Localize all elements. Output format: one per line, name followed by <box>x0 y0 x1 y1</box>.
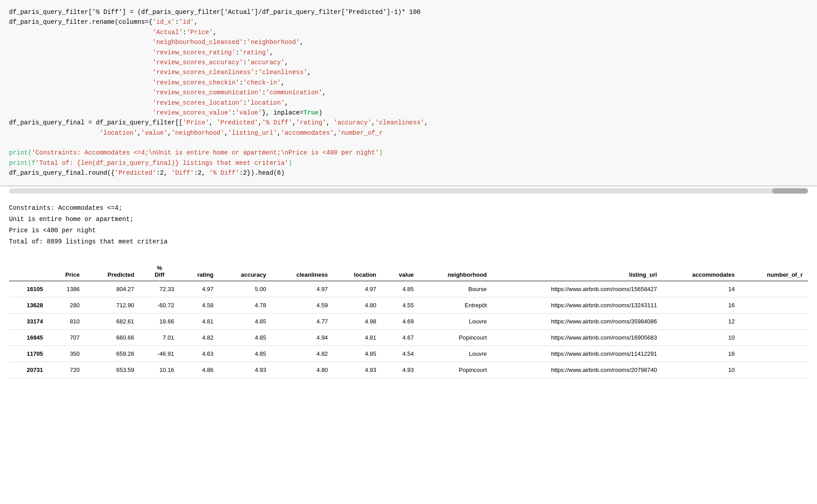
table-row: 13628280712.90-60.724.584.784.594.804.55… <box>9 297 808 314</box>
table-cell-0: 13628 <box>9 297 49 314</box>
col-header-predicted: Predicted <box>85 262 139 281</box>
table-cell-2: 659.28 <box>85 346 139 362</box>
code-final1: df_paris_query_final = df_paris_query_fi… <box>9 119 428 126</box>
table-cell-11: 14 <box>662 281 740 297</box>
table-cell-1: 720 <box>49 362 85 378</box>
table-cell-3: -46.91 <box>140 346 180 362</box>
table-cell-3: 7.01 <box>140 330 180 346</box>
table-cell-3: 72.33 <box>140 281 180 297</box>
table-cell-10: https://www.airbnb.com/rooms/35984086 <box>492 314 662 330</box>
table-cell-12 <box>740 297 808 314</box>
table-cell-0: 11705 <box>9 346 49 362</box>
table-cell-0: 16105 <box>9 281 49 297</box>
output-cell: Constraints: Accommodates <=4; Unit is e… <box>0 195 817 255</box>
table-cell-0: 33174 <box>9 314 49 330</box>
code-final2: 'location','value','neighborhood','listi… <box>9 129 383 137</box>
table-cell-1: 810 <box>49 314 85 330</box>
table-cell-10: https://www.airbnb.com/rooms/15658427 <box>492 281 662 297</box>
output-line-1: Constraints: Accommodates <=4; <box>9 203 808 214</box>
code-print3: df_paris_query_final.round({'Predicted':… <box>9 169 284 177</box>
table-cell-7: 4.81 <box>333 330 382 346</box>
output-line-2: Unit is entire home or apartment; <box>9 214 808 225</box>
col-header-listing-url: listing_url <box>492 262 662 281</box>
table-cell-1: 350 <box>49 346 85 362</box>
horizontal-scrollbar[interactable] <box>9 188 808 194</box>
table-cell-10: https://www.airbnb.com/rooms/16905683 <box>492 330 662 346</box>
col-header-accommodates: accommodates <box>662 262 740 281</box>
table-cell-3: -60.72 <box>140 297 180 314</box>
table-cell-8: 4.67 <box>382 330 419 346</box>
table-row: 161051386804.2772.334.975.004.974.974.85… <box>9 281 808 297</box>
col-header-diff: %Diff <box>140 262 180 281</box>
table-cell-0: 16945 <box>9 330 49 346</box>
col-header-index <box>9 262 49 281</box>
table-cell-3: 18.66 <box>140 314 180 330</box>
table-cell-6: 4.82 <box>271 346 333 362</box>
scrollbar-thumb[interactable] <box>772 188 808 194</box>
table-cell-6: 4.77 <box>271 314 333 330</box>
table-cell-8: 4.55 <box>382 297 419 314</box>
output-line-3: Price is <400 per night <box>9 225 808 236</box>
table-cell-1: 707 <box>49 330 85 346</box>
table-cell-4: 4.86 <box>179 362 219 378</box>
table-cell-6: 4.94 <box>271 330 333 346</box>
table-cell-5: 4.85 <box>219 330 271 346</box>
table-cell-2: 653.59 <box>85 362 139 378</box>
table-cell-7: 4.98 <box>333 314 382 330</box>
table-row: 20731720653.5910.164.864.934.804.934.93P… <box>9 362 808 378</box>
table-row: 33174810682.6118.664.814.854.774.984.69L… <box>9 314 808 330</box>
col-header-location: location <box>333 262 382 281</box>
table-cell-6: 4.59 <box>271 297 333 314</box>
table-cell-8: 4.69 <box>382 314 419 330</box>
table-cell-11: 16 <box>662 297 740 314</box>
table-cell-4: 4.82 <box>179 330 219 346</box>
col-header-cleanliness: cleanliness <box>271 262 333 281</box>
table-cell-12 <box>740 330 808 346</box>
col-header-price: Price <box>49 262 85 281</box>
col-header-value: value <box>382 262 419 281</box>
code-print2: print(f'Total of: {len(df_paris_query_fi… <box>9 159 292 167</box>
table-cell-2: 660.66 <box>85 330 139 346</box>
table-cell-9: Louvre <box>419 346 492 362</box>
output-line-4: Total of: 8899 listings that meet criter… <box>9 236 808 248</box>
table-cell-12 <box>740 314 808 330</box>
table-cell-4: 4.58 <box>179 297 219 314</box>
table-cell-6: 4.80 <box>271 362 333 378</box>
table-cell-5: 4.78 <box>219 297 271 314</box>
table-row: 11705350659.28-46.914.634.854.824.854.54… <box>9 346 808 362</box>
table-cell-2: 804.27 <box>85 281 139 297</box>
table-cell-11: 10 <box>662 330 740 346</box>
table-cell-12 <box>740 281 808 297</box>
table-cell-4: 4.63 <box>179 346 219 362</box>
table-body: 161051386804.2772.334.975.004.974.974.85… <box>9 281 808 378</box>
table-cell-6: 4.97 <box>271 281 333 297</box>
table-cell-9: Popincourt <box>419 362 492 378</box>
table-cell-11: 10 <box>662 362 740 378</box>
table-cell-9: Entrepôt <box>419 297 492 314</box>
table-cell-5: 4.93 <box>219 362 271 378</box>
table-cell-8: 4.93 <box>382 362 419 378</box>
results-table-container: Price Predicted %Diff rating accuracy cl… <box>0 255 817 385</box>
table-cell-11: 16 <box>662 346 740 362</box>
table-cell-0: 20731 <box>9 362 49 378</box>
table-cell-5: 4.85 <box>219 346 271 362</box>
table-cell-5: 4.85 <box>219 314 271 330</box>
table-header-row: Price Predicted %Diff rating accuracy cl… <box>9 262 808 281</box>
table-cell-8: 4.54 <box>382 346 419 362</box>
code-cell: df_paris_query_filter['% Diff'] = (df_pa… <box>0 0 817 186</box>
table-cell-2: 712.90 <box>85 297 139 314</box>
col-header-neighborhood: neighborhood <box>419 262 492 281</box>
col-header-rating: rating <box>179 262 219 281</box>
table-row: 16945707660.667.014.824.854.944.814.67Po… <box>9 330 808 346</box>
table-cell-12 <box>740 362 808 378</box>
table-cell-1: 280 <box>49 297 85 314</box>
table-cell-7: 4.80 <box>333 297 382 314</box>
code-line1: df_paris_query_filter['% Diff'] = (df_pa… <box>9 9 421 16</box>
table-cell-10: https://www.airbnb.com/rooms/20798740 <box>492 362 662 378</box>
table-cell-5: 5.00 <box>219 281 271 297</box>
code-line2-prefix: df_paris_query_filter.rename(columns={'i… <box>9 18 326 116</box>
table-cell-4: 4.97 <box>179 281 219 297</box>
table-cell-11: 12 <box>662 314 740 330</box>
table-cell-3: 10.16 <box>140 362 180 378</box>
col-header-number-of-r: number_of_r <box>740 262 808 281</box>
